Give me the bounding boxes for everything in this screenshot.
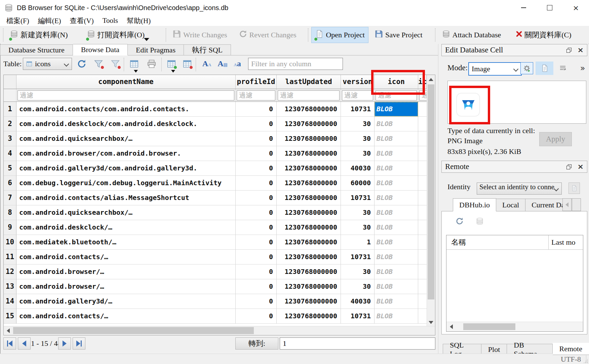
cell-componentname[interactable]: com.android.browser/… xyxy=(16,279,236,294)
cell-lastupdated[interactable]: 1230768000000 xyxy=(277,309,341,324)
tab-database-structure[interactable]: Database Structure xyxy=(0,44,73,55)
row-number[interactable]: 5 xyxy=(4,161,16,176)
cell-version[interactable]: 40030 xyxy=(341,161,375,176)
mode-select[interactable]: Image xyxy=(468,62,522,76)
cell-partial[interactable] xyxy=(418,294,427,309)
font-style-icon[interactable]: AA xyxy=(202,58,212,69)
cell-partial[interactable] xyxy=(418,220,427,235)
cell-componentname[interactable]: com.android.quicksearchbox/… xyxy=(16,131,236,146)
cell-profileid[interactable]: 0 xyxy=(236,131,277,146)
cell-profileid[interactable]: 0 xyxy=(236,161,277,176)
scroll-up-button[interactable] xyxy=(427,75,435,84)
insert-record-icon[interactable] xyxy=(166,59,176,69)
vertical-scroll-thumb[interactable] xyxy=(428,84,434,299)
cell-componentname[interactable]: com.android.browser/com.android.browser. xyxy=(16,146,236,161)
column-header-lastupdated[interactable]: lastUpdated xyxy=(277,75,341,89)
cell-componentname[interactable]: com.android.contacts/com.android.contact… xyxy=(16,102,236,117)
row-number[interactable]: 15 xyxy=(4,309,16,324)
close-panel-icon[interactable]: × xyxy=(578,163,584,170)
cell-lastupdated[interactable]: 1230768000000 xyxy=(277,265,341,279)
cell-version[interactable]: 30 xyxy=(341,205,375,220)
cell-version[interactable]: 30 xyxy=(341,146,375,161)
row-number[interactable]: 11 xyxy=(4,250,16,265)
row-number[interactable]: 10 xyxy=(4,235,16,250)
tab-scroll-left-button[interactable] xyxy=(562,198,572,211)
cell-componentname[interactable]: com.android.quicksearchbox/… xyxy=(16,205,236,220)
row-number[interactable]: 7 xyxy=(4,191,16,205)
float-panel-icon[interactable] xyxy=(566,164,572,169)
encoding-label[interactable]: UTF-8 xyxy=(561,355,581,364)
row-number[interactable]: 2 xyxy=(4,117,16,131)
cell-version[interactable]: 10731 xyxy=(341,102,375,117)
cell-icon-blob[interactable]: BLOB xyxy=(375,220,418,235)
cell-version[interactable]: 1 xyxy=(341,235,375,250)
cell-profileid[interactable]: 0 xyxy=(236,176,277,191)
cell-version[interactable]: 40030 xyxy=(341,294,375,309)
cell-profileid[interactable]: 0 xyxy=(236,309,277,324)
cell-partial[interactable] xyxy=(418,235,427,250)
remote-upload-db-icon[interactable] xyxy=(475,217,484,226)
cell-partial[interactable] xyxy=(418,176,427,191)
column-header-icon[interactable]: icon xyxy=(375,75,418,89)
cell-partial[interactable] xyxy=(418,161,427,176)
cell-partial[interactable] xyxy=(418,279,427,294)
cell-icon-blob[interactable]: BLOB xyxy=(375,191,418,205)
open-database-dropdown[interactable] xyxy=(144,38,149,41)
cell-profileid[interactable]: 0 xyxy=(236,102,277,117)
attach-database-button[interactable]: Attach Database xyxy=(438,27,505,43)
cell-profileid[interactable]: 0 xyxy=(236,265,277,279)
close-panel-icon[interactable]: × xyxy=(578,46,584,54)
cell-version[interactable]: 60000 xyxy=(341,176,375,191)
dock-tab-remote[interactable]: Remote xyxy=(553,343,589,355)
resize-grip[interactable] xyxy=(583,359,588,363)
cell-profileid[interactable]: 0 xyxy=(236,235,277,250)
cell-partial[interactable] xyxy=(418,309,427,324)
cell-profileid[interactable]: 0 xyxy=(236,191,277,205)
import-data-button[interactable] xyxy=(520,62,533,74)
cell-lastupdated[interactable]: 1230768000000 xyxy=(277,205,341,220)
cell-profileid[interactable]: 0 xyxy=(236,205,277,220)
column-header-version[interactable]: version xyxy=(341,75,375,89)
row-number[interactable]: 4 xyxy=(4,146,16,161)
cell-icon-blob[interactable]: BLOB xyxy=(375,161,418,176)
cell-lastupdated[interactable]: 1230768000000 xyxy=(277,294,341,309)
cell-icon-blob[interactable]: BLOB xyxy=(375,205,418,220)
scroll-left-button[interactable] xyxy=(4,326,12,335)
goto-button[interactable]: 轉到: xyxy=(235,337,278,350)
cell-lastupdated[interactable]: 1230768000000 xyxy=(277,235,341,250)
cell-componentname[interactable]: com.debug.loggerui/com.debug.loggerui.Ma… xyxy=(16,176,236,191)
menu-編輯-e[interactable]: 編輯(E) xyxy=(34,16,66,26)
cell-partial[interactable] xyxy=(418,102,427,117)
last-page-button[interactable] xyxy=(73,337,85,350)
table-select[interactable]: icons xyxy=(23,58,72,70)
row-number[interactable]: 9 xyxy=(4,220,16,235)
cell-version[interactable]: 30 xyxy=(341,117,375,131)
cell-componentname[interactable]: com.mediatek.bluetooth/… xyxy=(16,235,236,250)
cell-icon-blob[interactable]: BLOB xyxy=(375,176,418,191)
column-filter-input[interactable]: 過濾 xyxy=(376,90,417,100)
cell-componentname[interactable]: com.android.gallery3d/… xyxy=(16,294,236,309)
float-panel-icon[interactable] xyxy=(566,48,572,53)
cell-version[interactable]: 30 xyxy=(341,279,375,294)
new-database-button[interactable]: 新建資料庫(N) xyxy=(6,27,71,43)
cell-version[interactable]: 30 xyxy=(341,131,375,146)
column-filter-input[interactable]: 過濾 xyxy=(17,90,234,100)
cell-icon-blob[interactable]: BLOB xyxy=(375,102,418,117)
remote-refresh-icon[interactable] xyxy=(455,217,464,226)
cell-componentname[interactable]: com.android.gallery3d/com.android.galler… xyxy=(16,161,236,176)
cell-lastupdated[interactable]: 1230768000000 xyxy=(277,250,341,265)
cell-lastupdated[interactable]: 1230768000000 xyxy=(277,220,341,235)
cell-icon-blob[interactable]: BLOB xyxy=(375,131,418,146)
horizontal-scrollbar[interactable] xyxy=(4,326,435,335)
remote-tab-dbhub-io[interactable]: DBHub.io xyxy=(453,198,496,211)
cell-profileid[interactable]: 0 xyxy=(236,294,277,309)
cell-partial[interactable] xyxy=(418,117,427,131)
cell-icon-blob[interactable]: BLOB xyxy=(375,309,418,324)
open-project-button[interactable]: Open Project xyxy=(311,27,368,43)
revert-changes-button[interactable]: Revert Changes xyxy=(235,27,300,43)
row-number[interactable]: 12 xyxy=(4,265,16,279)
name-column-header[interactable]: 名稱 xyxy=(446,235,549,249)
remote-tab-local[interactable]: Local xyxy=(496,199,525,211)
cell-partial[interactable] xyxy=(418,191,427,205)
menu-幫助-h[interactable]: 幫助(H) xyxy=(122,16,155,26)
